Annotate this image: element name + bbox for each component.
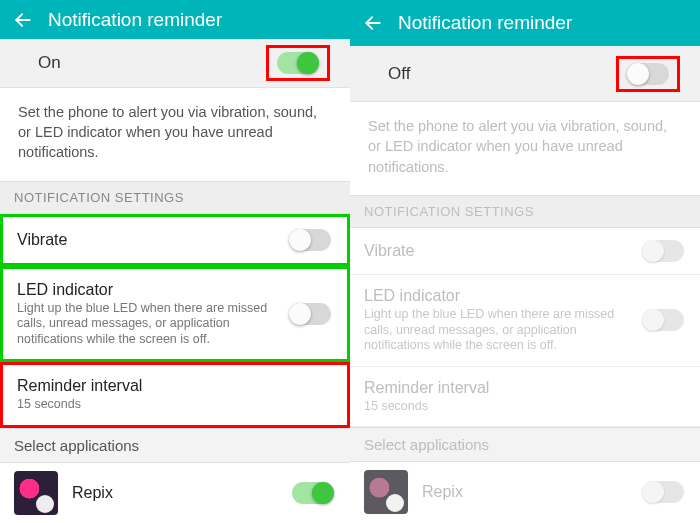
feature-description: Set the phone to alert you via vibration… xyxy=(0,88,350,181)
select-apps-header: Select applications xyxy=(350,427,700,462)
master-toggle-label: Off xyxy=(388,64,410,84)
master-toggle-row[interactable]: Off xyxy=(350,46,700,102)
led-sublabel: Light up the blue LED when there are mis… xyxy=(364,307,634,354)
interval-row: Reminder interval 15 seconds xyxy=(350,367,700,428)
back-arrow-icon[interactable] xyxy=(12,9,34,31)
feature-description: Set the phone to alert you via vibration… xyxy=(350,102,700,195)
app-row: Repix xyxy=(350,462,700,522)
app-icon-repix xyxy=(364,470,408,514)
vibrate-label: Vibrate xyxy=(364,242,634,260)
app-icon-repix xyxy=(14,471,58,515)
vibrate-label: Vibrate xyxy=(17,231,281,249)
app-name: Repix xyxy=(72,484,292,502)
header-title: Notification reminder xyxy=(48,9,222,31)
select-apps-header[interactable]: Select applications xyxy=(0,428,350,463)
interval-row[interactable]: Reminder interval 15 seconds xyxy=(0,362,350,428)
vibrate-toggle xyxy=(642,240,684,262)
pane-off: Notification reminder Off Set the phone … xyxy=(350,0,700,523)
section-header: NOTIFICATION SETTINGS xyxy=(350,195,700,228)
back-arrow-icon[interactable] xyxy=(362,12,384,34)
interval-value: 15 seconds xyxy=(17,397,323,413)
app-row[interactable]: Repix xyxy=(0,463,350,523)
interval-label: Reminder interval xyxy=(364,379,676,397)
led-toggle[interactable] xyxy=(289,303,331,325)
interval-value: 15 seconds xyxy=(364,399,676,415)
app-header: Notification reminder xyxy=(350,0,700,46)
header-title: Notification reminder xyxy=(398,12,572,34)
app-header: Notification reminder xyxy=(0,0,350,39)
highlight-master-toggle xyxy=(616,56,680,92)
master-toggle-switch[interactable] xyxy=(277,52,319,74)
vibrate-toggle[interactable] xyxy=(289,229,331,251)
app-name: Repix xyxy=(422,483,642,501)
led-row: LED indicator Light up the blue LED when… xyxy=(350,275,700,367)
section-header: NOTIFICATION SETTINGS xyxy=(0,181,350,214)
pane-on: Notification reminder On Set the phone t… xyxy=(0,0,350,523)
led-toggle xyxy=(642,309,684,331)
master-toggle-row[interactable]: On xyxy=(0,39,350,87)
master-toggle-switch[interactable] xyxy=(627,63,669,85)
led-label: LED indicator xyxy=(17,281,281,299)
interval-label: Reminder interval xyxy=(17,377,323,395)
vibrate-row[interactable]: Vibrate xyxy=(0,214,350,266)
led-sublabel: Light up the blue LED when there are mis… xyxy=(17,301,281,348)
highlight-master-toggle xyxy=(266,45,330,81)
led-label: LED indicator xyxy=(364,287,634,305)
master-toggle-label: On xyxy=(38,53,61,73)
app-toggle[interactable] xyxy=(292,482,334,504)
led-row[interactable]: LED indicator Light up the blue LED when… xyxy=(0,266,350,363)
app-toggle xyxy=(642,481,684,503)
vibrate-row: Vibrate xyxy=(350,228,700,275)
